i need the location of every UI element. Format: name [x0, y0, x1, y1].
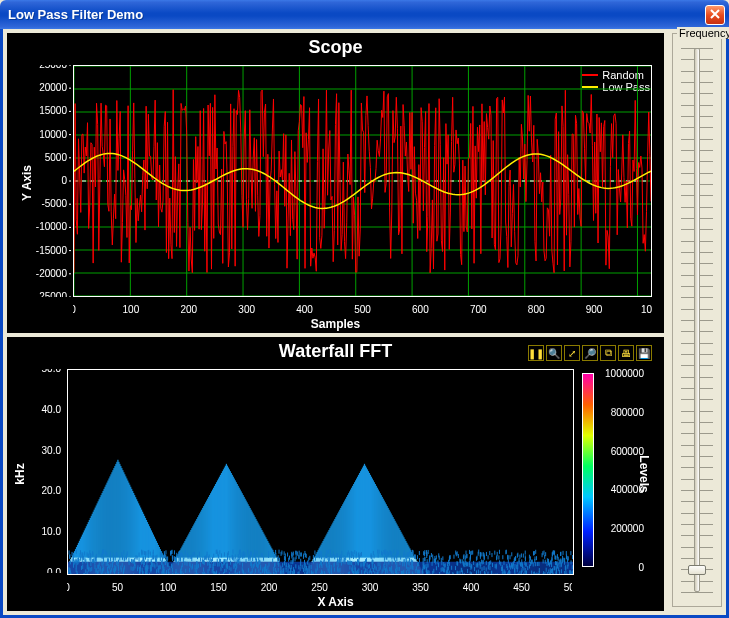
svg-rect-1834	[374, 554, 375, 558]
waterfall-plot-area[interactable]	[67, 369, 574, 575]
svg-rect-2101	[388, 561, 389, 565]
svg-rect-2625	[132, 567, 133, 571]
svg-text:500: 500	[354, 304, 371, 315]
svg-rect-2652	[70, 573, 71, 574]
svg-rect-2267	[337, 561, 338, 565]
svg-rect-2212	[319, 564, 320, 568]
svg-rect-2568	[298, 565, 299, 569]
svg-rect-1654	[75, 559, 76, 563]
svg-rect-2594	[102, 555, 103, 559]
svg-rect-2455	[137, 565, 138, 569]
svg-rect-2563	[205, 556, 206, 560]
scope-plot-area[interactable]	[73, 65, 652, 297]
svg-rect-1963	[352, 569, 353, 573]
svg-rect-1561	[436, 566, 437, 570]
svg-rect-2090	[225, 559, 226, 563]
frequency-slider-thumb[interactable]	[688, 565, 706, 575]
svg-rect-2311	[551, 569, 552, 573]
zoom-in-icon[interactable]: 🔍	[546, 345, 562, 361]
svg-rect-1456	[84, 558, 85, 562]
svg-rect-2282	[387, 552, 388, 556]
svg-rect-2615	[458, 554, 459, 558]
svg-rect-2007	[174, 556, 175, 560]
svg-rect-1842	[558, 567, 559, 571]
svg-rect-2457	[89, 550, 90, 554]
svg-rect-1731	[351, 554, 352, 558]
svg-text:-10000: -10000	[36, 221, 68, 232]
svg-rect-1917	[76, 558, 77, 562]
svg-rect-2260	[262, 569, 263, 573]
svg-rect-1535	[208, 556, 209, 560]
svg-rect-2044	[334, 554, 335, 558]
svg-rect-2255	[424, 552, 425, 556]
zoom-reset-icon[interactable]: ⤢	[564, 345, 580, 361]
svg-rect-1275	[432, 562, 433, 566]
svg-rect-1766	[483, 560, 484, 564]
svg-rect-1309	[400, 561, 401, 565]
svg-rect-2072	[382, 569, 383, 573]
svg-rect-2507	[512, 565, 513, 569]
svg-rect-1554	[276, 571, 277, 574]
svg-rect-2465	[560, 552, 561, 556]
svg-rect-1443	[178, 554, 179, 558]
svg-rect-2412	[571, 560, 572, 564]
svg-rect-1609	[248, 568, 249, 572]
svg-rect-2303	[489, 566, 490, 570]
svg-rect-2364	[128, 558, 129, 562]
copy-icon[interactable]: ⧉	[600, 345, 616, 361]
save-icon[interactable]: 💾	[636, 345, 652, 361]
svg-rect-2129	[196, 570, 197, 574]
svg-rect-2562	[148, 559, 149, 563]
svg-rect-2143	[379, 562, 380, 566]
svg-rect-2312	[511, 552, 512, 556]
svg-rect-2470	[329, 569, 330, 573]
svg-rect-2046	[284, 556, 285, 560]
svg-rect-1487	[539, 568, 540, 572]
svg-rect-1428	[418, 570, 419, 574]
svg-rect-2128	[268, 572, 269, 574]
svg-rect-2104	[146, 568, 147, 572]
svg-rect-2318	[544, 555, 545, 559]
close-button[interactable]	[705, 5, 725, 25]
svg-rect-2306	[499, 560, 500, 564]
svg-rect-2154	[87, 566, 88, 570]
svg-rect-2040	[378, 554, 379, 558]
svg-rect-2616	[364, 572, 365, 574]
svg-rect-2331	[302, 565, 303, 569]
svg-rect-1476	[246, 559, 247, 563]
zoom-out-icon[interactable]: 🔎	[582, 345, 598, 361]
svg-rect-1921	[415, 555, 416, 559]
svg-rect-2566	[549, 572, 550, 574]
svg-rect-2059	[567, 565, 568, 569]
svg-rect-1284	[469, 550, 470, 554]
pause-icon[interactable]: ❚❚	[528, 345, 544, 361]
frequency-slider-track[interactable]	[694, 48, 700, 592]
svg-rect-1502	[419, 551, 420, 555]
svg-rect-2356	[237, 572, 238, 574]
svg-rect-2275	[448, 560, 449, 564]
svg-rect-2280	[280, 573, 281, 574]
waterfall-y-ticks: 0.010.020.030.040.050.0	[7, 369, 65, 573]
svg-rect-2305	[394, 557, 395, 561]
svg-rect-2319	[305, 563, 306, 567]
svg-rect-2400	[356, 554, 357, 558]
svg-rect-1956	[347, 552, 348, 556]
svg-rect-1444	[119, 556, 120, 560]
svg-rect-2617	[407, 567, 408, 571]
svg-rect-2478	[95, 556, 96, 560]
svg-rect-1754	[272, 550, 273, 554]
print-icon[interactable]: 🖶	[618, 345, 634, 361]
svg-rect-2614	[150, 565, 151, 569]
svg-rect-2074	[69, 555, 70, 559]
svg-rect-2622	[154, 563, 155, 567]
svg-rect-2629	[267, 566, 268, 570]
svg-rect-2292	[108, 559, 109, 563]
svg-rect-1880	[208, 573, 209, 574]
svg-rect-2241	[126, 554, 127, 558]
svg-rect-1694	[557, 556, 558, 560]
svg-rect-2580	[552, 552, 553, 556]
svg-rect-2607	[251, 561, 252, 565]
svg-rect-2646	[172, 573, 173, 574]
svg-rect-2236	[97, 565, 98, 569]
svg-rect-2320	[219, 558, 220, 562]
